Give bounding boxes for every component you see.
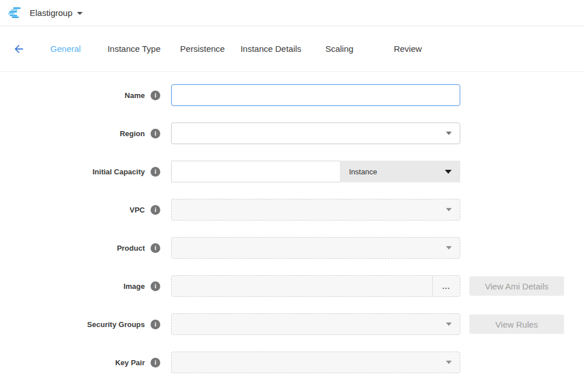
capacity-unit-value: Instance xyxy=(349,168,377,176)
tab-persistence[interactable]: Persistence xyxy=(168,44,237,54)
name-input[interactable] xyxy=(171,84,460,106)
elastigroup-logo-icon xyxy=(8,6,23,20)
region-label: Region xyxy=(120,129,145,138)
chevron-down-icon xyxy=(77,12,83,15)
chevron-down-icon xyxy=(446,132,452,135)
info-icon[interactable]: i xyxy=(151,167,160,177)
chevron-down-icon xyxy=(446,208,452,211)
view-ami-details-button: View Ami Details xyxy=(469,276,564,296)
vpc-label: VPC xyxy=(129,206,145,214)
info-icon[interactable]: i xyxy=(151,129,160,138)
back-button[interactable] xyxy=(13,43,25,55)
app-title: Elastigroup xyxy=(30,8,72,18)
tab-scaling[interactable]: Scaling xyxy=(305,44,374,54)
tab-review[interactable]: Review xyxy=(374,44,442,54)
form-row-initial-capacity: Initial Capacity i Instance xyxy=(0,161,584,182)
name-label: Name xyxy=(125,91,145,100)
image-input: ... xyxy=(171,275,460,297)
app-switcher[interactable]: Elastigroup xyxy=(8,6,83,20)
form-row-security-groups: Security Groups i View Rules xyxy=(0,313,584,335)
chevron-down-icon xyxy=(446,322,452,326)
info-icon[interactable]: i xyxy=(151,243,160,253)
form-row-name: Name i xyxy=(0,84,584,106)
initial-capacity-input[interactable] xyxy=(171,161,340,182)
chevron-down-icon xyxy=(445,170,452,174)
tab-general[interactable]: General xyxy=(31,44,100,54)
general-settings-form: Name i Region i Initial Capacity i Insta… xyxy=(0,72,584,373)
form-row-region: Region i xyxy=(0,122,584,144)
capacity-unit-select[interactable]: Instance xyxy=(340,161,460,182)
vpc-select xyxy=(171,199,460,220)
region-select[interactable] xyxy=(171,122,460,144)
image-label: Image xyxy=(123,282,145,291)
security-groups-label: Security Groups xyxy=(87,320,145,329)
security-groups-select xyxy=(171,313,460,335)
arrow-left-icon xyxy=(13,43,25,55)
chevron-down-icon xyxy=(446,361,452,364)
key-pair-label: Key Pair xyxy=(115,358,145,367)
info-icon[interactable]: i xyxy=(151,281,160,291)
initial-capacity-label: Initial Capacity xyxy=(92,168,145,176)
wizard-tabs: General Instance Type Persistence Instan… xyxy=(31,44,442,54)
tab-instance-type[interactable]: Instance Type xyxy=(100,44,168,54)
image-browse-button: ... xyxy=(432,276,460,296)
tab-instance-details[interactable]: Instance Details xyxy=(237,44,305,54)
key-pair-select xyxy=(171,352,460,373)
app-header: Elastigroup xyxy=(0,0,584,26)
form-row-vpc: VPC i xyxy=(0,199,584,220)
view-rules-button: View Rules xyxy=(469,315,564,334)
form-row-key-pair: Key Pair i xyxy=(0,352,584,373)
info-icon[interactable]: i xyxy=(151,358,160,368)
info-icon[interactable]: i xyxy=(151,205,160,215)
info-icon[interactable]: i xyxy=(151,320,160,329)
product-label: Product xyxy=(117,244,145,252)
chevron-down-icon xyxy=(446,246,452,250)
info-icon[interactable]: i xyxy=(151,91,160,100)
form-row-image: Image i ... View Ami Details xyxy=(0,275,584,297)
wizard-tabbar: General Instance Type Persistence Instan… xyxy=(0,26,584,72)
product-select xyxy=(171,237,460,259)
form-row-product: Product i xyxy=(0,237,584,259)
